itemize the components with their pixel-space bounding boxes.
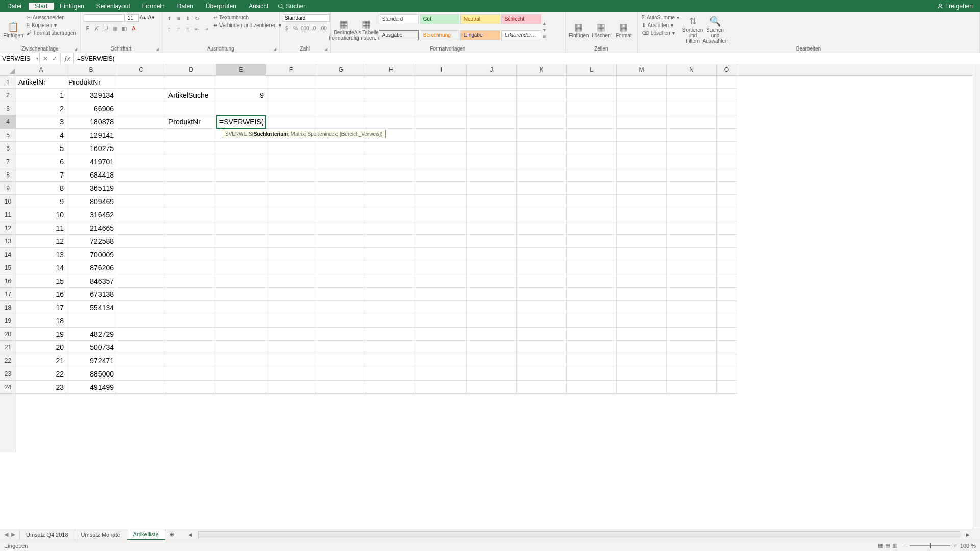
cell-O18[interactable] — [717, 301, 737, 314]
cell-K19[interactable] — [517, 314, 567, 328]
cell-C17[interactable] — [116, 288, 166, 301]
cell-L20[interactable] — [567, 328, 617, 341]
cell-D15[interactable] — [166, 261, 216, 274]
copy-button[interactable]: ⎘Kopieren ▾ — [26, 22, 77, 29]
cell-A6[interactable]: 5 — [16, 142, 66, 155]
cell-J19[interactable] — [467, 314, 517, 328]
increase-font-button[interactable]: A▴ — [140, 14, 146, 22]
clear-button[interactable]: ⌫Löschen ▾ — [641, 30, 680, 36]
cell-J12[interactable] — [467, 221, 517, 235]
underline-button[interactable]: U — [102, 24, 110, 32]
sheet-tab-umsatz-monate[interactable]: Umsatz Monate — [75, 529, 127, 540]
cell-E17[interactable] — [216, 288, 266, 301]
scroll-left-icon[interactable]: ◀ — [188, 532, 192, 537]
cell-F8[interactable] — [266, 168, 316, 182]
row-header-1[interactable]: 1 — [0, 76, 16, 89]
row-header-5[interactable]: 5 — [0, 129, 16, 142]
cell-B9[interactable]: 365119 — [66, 182, 116, 195]
cell-N16[interactable] — [667, 274, 717, 288]
cell-K20[interactable] — [517, 328, 567, 341]
cell-A17[interactable]: 16 — [16, 288, 66, 301]
cell-D11[interactable] — [166, 208, 216, 221]
format-painter-button[interactable]: 🖌Format übertragen — [26, 30, 77, 36]
cell-F10[interactable] — [266, 195, 316, 208]
sort-filter-button[interactable]: ⇅Sortieren und Filtern — [682, 14, 703, 45]
launcher-icon[interactable]: ◢ — [273, 47, 276, 52]
sheet-nav[interactable]: ◀▶ — [0, 529, 20, 540]
cell-E8[interactable] — [216, 168, 266, 182]
cell-G22[interactable] — [316, 354, 366, 367]
cell-C16[interactable] — [116, 274, 166, 288]
cell-C8[interactable] — [116, 168, 166, 182]
fill-button[interactable]: ⬇Ausfüllen ▾ — [641, 22, 680, 29]
formula-input[interactable]: =SVERWEIS( — [74, 53, 980, 64]
cell-C5[interactable] — [116, 129, 166, 142]
column-header-A[interactable]: A — [16, 64, 66, 75]
cell-L18[interactable] — [567, 301, 617, 314]
cell-D21[interactable] — [166, 341, 216, 354]
cell-M22[interactable] — [617, 354, 667, 367]
cell-O1[interactable] — [717, 76, 737, 89]
find-select-button[interactable]: 🔍Suchen und Auswählen — [705, 14, 725, 45]
cell-H1[interactable] — [366, 76, 416, 89]
cell-K6[interactable] — [517, 142, 567, 155]
zoom-in-button[interactable]: + — [953, 543, 957, 549]
cell-M7[interactable] — [617, 155, 667, 168]
cell-A24[interactable]: 23 — [16, 381, 66, 394]
cell-F15[interactable] — [266, 261, 316, 274]
cell-N6[interactable] — [667, 142, 717, 155]
cell-M13[interactable] — [617, 235, 667, 248]
cell-G17[interactable] — [316, 288, 366, 301]
cell-C4[interactable] — [116, 115, 166, 129]
cell-J8[interactable] — [467, 168, 517, 182]
currency-button[interactable]: $ — [283, 24, 291, 32]
cell-M9[interactable] — [617, 182, 667, 195]
conditional-formatting-button[interactable]: ▦ Bedingte Formatierung — [334, 14, 354, 45]
cell-C10[interactable] — [116, 195, 166, 208]
cell-E24[interactable] — [216, 381, 266, 394]
cell-D17[interactable] — [166, 288, 216, 301]
cell-K2[interactable] — [517, 89, 567, 102]
cell-M10[interactable] — [617, 195, 667, 208]
cell-K21[interactable] — [517, 341, 567, 354]
cell-D8[interactable] — [166, 168, 216, 182]
confirm-formula-button[interactable]: ✓ — [52, 55, 57, 62]
cell-G2[interactable] — [316, 89, 366, 102]
row-header-12[interactable]: 12 — [0, 221, 16, 235]
cell-C19[interactable] — [116, 314, 166, 328]
cell-C9[interactable] — [116, 182, 166, 195]
cell-O23[interactable] — [717, 367, 737, 381]
cell-A23[interactable]: 22 — [16, 367, 66, 381]
cell-F7[interactable] — [266, 155, 316, 168]
cell-I20[interactable] — [416, 328, 467, 341]
cell-H6[interactable] — [366, 142, 416, 155]
cell-J9[interactable] — [467, 182, 517, 195]
cell-M4[interactable] — [617, 115, 667, 129]
cell-F16[interactable] — [266, 274, 316, 288]
cell-G24[interactable] — [316, 381, 366, 394]
cell-G21[interactable] — [316, 341, 366, 354]
file-tab[interactable]: Datei — [0, 0, 29, 12]
cell-J11[interactable] — [467, 208, 517, 221]
cell-G11[interactable] — [316, 208, 366, 221]
cell-L7[interactable] — [567, 155, 617, 168]
cell-D23[interactable] — [166, 367, 216, 381]
cell-I14[interactable] — [416, 248, 467, 261]
cell-D10[interactable] — [166, 195, 216, 208]
cell-A13[interactable]: 12 — [16, 235, 66, 248]
cell-A18[interactable]: 17 — [16, 301, 66, 314]
cell-I19[interactable] — [416, 314, 467, 328]
sheet-tab-artikelliste[interactable]: Artikelliste — [127, 529, 165, 540]
cell-E16[interactable] — [216, 274, 266, 288]
chevron-down-icon[interactable]: ▾ — [36, 56, 38, 61]
row-header-3[interactable]: 3 — [0, 102, 16, 115]
cell-E12[interactable] — [216, 221, 266, 235]
cell-E21[interactable] — [216, 341, 266, 354]
cell-C18[interactable] — [116, 301, 166, 314]
add-sheet-button[interactable]: ⊕ — [165, 529, 178, 540]
cell-I1[interactable] — [416, 76, 467, 89]
cell-L16[interactable] — [567, 274, 617, 288]
increase-decimal-button[interactable]: .0 — [310, 24, 318, 32]
cell-M15[interactable] — [617, 261, 667, 274]
cell-H3[interactable] — [366, 102, 416, 115]
